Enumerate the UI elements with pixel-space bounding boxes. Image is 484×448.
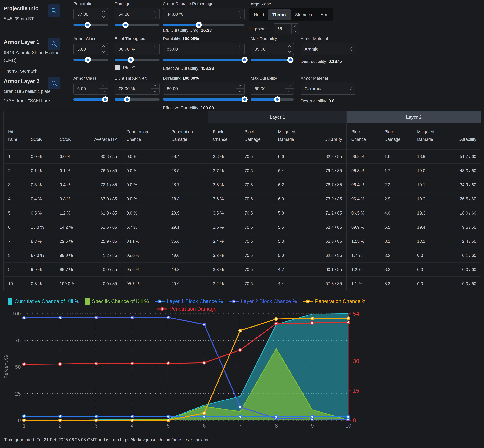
target-zone-option-head[interactable]: Head	[250, 9, 268, 20]
l2-durability-input[interactable]: 60.00	[163, 82, 245, 95]
decrement-button[interactable]	[99, 88, 108, 95]
armor-layer-1-search-button[interactable]	[48, 38, 60, 50]
penetration-slider[interactable]	[73, 24, 108, 26]
projectile-search-button[interactable]	[48, 4, 60, 17]
slider-thumb[interactable]	[85, 57, 91, 63]
column-header[interactable]: SCoK	[26, 123, 55, 149]
legend-item-3[interactable]: Layer 1 Block Chance %	[155, 298, 223, 304]
decrement-button[interactable]	[236, 49, 244, 55]
damage-slider[interactable]	[115, 24, 159, 26]
l1-durability-value[interactable]: 85.00	[167, 47, 178, 52]
target-zone-option-thorax[interactable]: Thorax	[268, 9, 291, 20]
l1-armor-class-value[interactable]: 3.00	[77, 47, 86, 52]
legend-item-4[interactable]: Layer 2 Block Chance %	[229, 298, 297, 304]
increment-button[interactable]	[151, 43, 159, 49]
target-zone-option-arm[interactable]: Arm	[317, 9, 333, 20]
slider-thumb[interactable]	[274, 96, 280, 103]
l1-durability-slider[interactable]	[163, 59, 245, 61]
legend-item-5[interactable]: Penetration Chance %	[303, 298, 366, 304]
increment-button[interactable]	[236, 8, 244, 14]
hit-points-value[interactable]: 85	[277, 26, 282, 31]
increment-button[interactable]	[285, 83, 294, 88]
increment-button[interactable]	[99, 43, 108, 49]
l2-blunt-throughput-input[interactable]: 28.00 %	[115, 82, 159, 95]
l2-blunt-throughput-slider[interactable]	[115, 98, 159, 101]
slider-thumb[interactable]	[102, 96, 108, 103]
column-header[interactable]: Block Chance	[208, 123, 240, 149]
l1-max-durability-value[interactable]: 85.00	[254, 47, 266, 52]
slider-thumb[interactable]	[242, 57, 248, 63]
l1-blunt-throughput-slider[interactable]	[115, 59, 159, 61]
decrement-button[interactable]	[236, 88, 244, 95]
target-zone-option-stomach[interactable]: Stomach	[291, 9, 316, 20]
l2-blunt-throughput-value[interactable]: 28.00 %	[119, 86, 135, 91]
decrement-button[interactable]	[99, 49, 108, 55]
slider-thumb[interactable]	[124, 96, 130, 103]
penetration-input[interactable]: 37.00	[73, 8, 108, 20]
l1-armor-class-slider[interactable]	[73, 59, 108, 61]
l2-max-durability-input[interactable]: 60.00	[251, 82, 294, 95]
increment-button[interactable]	[236, 43, 244, 49]
increment-button[interactable]	[151, 8, 159, 14]
slider-thumb[interactable]	[85, 22, 91, 28]
plate-checkbox[interactable]	[115, 65, 120, 70]
decrement-button[interactable]	[285, 88, 294, 95]
increment-button[interactable]	[99, 83, 108, 88]
slider-thumb[interactable]	[128, 57, 134, 63]
l1-armor-class-input[interactable]: 3.00	[73, 43, 108, 55]
l2-max-durability-value[interactable]: 60.00	[254, 86, 266, 91]
slider-thumb[interactable]	[287, 57, 294, 63]
decrement-button[interactable]	[99, 14, 108, 20]
damage-value[interactable]: 54.00	[119, 12, 130, 17]
increment-button[interactable]	[236, 83, 244, 88]
l1-durability-input[interactable]: 85.00	[163, 43, 245, 55]
l2-armor-class-value[interactable]: 6.00	[77, 86, 86, 91]
slider-thumb[interactable]	[122, 22, 128, 28]
hit-points-input[interactable]: 85	[273, 23, 299, 34]
decrement-button[interactable]	[236, 14, 244, 20]
increment-button[interactable]	[99, 8, 108, 14]
l2-durability-slider[interactable]	[163, 98, 245, 101]
column-header[interactable]: Penetration Chance	[122, 123, 167, 149]
column-header[interactable]: Block Damage	[240, 123, 273, 149]
slider-thumb[interactable]	[242, 96, 248, 103]
l2-durability-value[interactable]: 60.00	[167, 86, 178, 91]
decrement-button[interactable]	[151, 88, 159, 95]
column-header[interactable]: Hit Num	[3, 123, 26, 149]
column-header[interactable]: Average HP	[85, 123, 122, 149]
l2-armor-material-select[interactable]: Ceramic	[301, 82, 355, 95]
l1-armor-material-value[interactable]: Aramid	[304, 47, 318, 52]
column-header[interactable]: CCoK	[55, 123, 85, 149]
l1-blunt-throughput-value[interactable]: 36.00 %	[119, 47, 135, 52]
column-header[interactable]: Durability	[445, 123, 481, 149]
increment-button[interactable]	[151, 83, 159, 88]
column-header[interactable]: Block Chance	[347, 123, 380, 149]
legend-item-1[interactable]: Cumulative Chance of Kill %	[8, 298, 79, 305]
column-header[interactable]: Penetration Damage	[167, 123, 208, 149]
penetration-value[interactable]: 37.00	[77, 12, 88, 17]
column-header[interactable]: Mitigated Damage	[273, 123, 307, 149]
damage-input[interactable]: 54.00	[115, 8, 159, 20]
column-header[interactable]: Mitigated Damage	[413, 123, 445, 149]
decrement-button[interactable]	[292, 29, 299, 34]
l2-max-durability-slider[interactable]	[251, 98, 294, 101]
armor-damage-percentage-slider[interactable]	[163, 24, 245, 26]
l1-max-durability-slider[interactable]	[251, 59, 294, 61]
l1-max-durability-input[interactable]: 85.00	[251, 43, 294, 55]
slider-thumb[interactable]	[196, 22, 202, 28]
l2-armor-class-input[interactable]: 6.00	[73, 82, 108, 95]
column-header[interactable]: Block Damage	[380, 123, 413, 149]
decrement-button[interactable]	[151, 49, 159, 55]
decrement-button[interactable]	[285, 49, 294, 55]
l1-blunt-throughput-input[interactable]: 36.00 %	[115, 43, 159, 55]
l2-armor-class-slider[interactable]	[73, 98, 108, 101]
armor-damage-percentage-input[interactable]: 44.00 %	[163, 8, 245, 20]
increment-button[interactable]	[292, 24, 299, 29]
decrement-button[interactable]	[151, 14, 159, 20]
legend-item-2[interactable]: Specific Chance of Kill %	[85, 298, 149, 305]
armor-damage-percentage-value[interactable]: 44.00 %	[167, 12, 183, 17]
l1-armor-material-select[interactable]: Aramid	[301, 43, 355, 55]
increment-button[interactable]	[285, 43, 294, 49]
l2-armor-material-value[interactable]: Ceramic	[304, 86, 321, 91]
column-header[interactable]: Durability	[307, 123, 347, 149]
